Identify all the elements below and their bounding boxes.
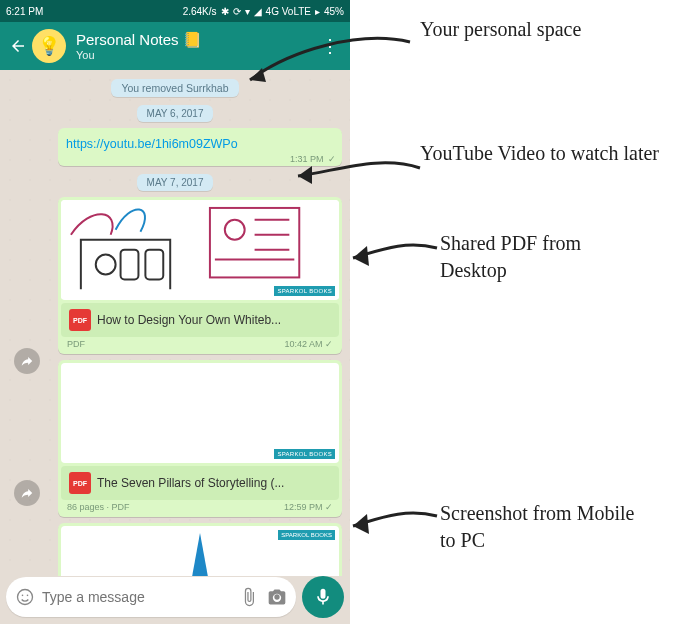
status-speed: 2.64K/s	[183, 6, 217, 17]
sync-icon: ⟳	[233, 6, 241, 17]
pdf-filename: The Seven Pillars of Storytelling (...	[97, 476, 331, 490]
status-bar: 6:21 PM 2.64K/s ✱ ⟳ ▾ ◢ 4G VoLTE ▸ 45%	[0, 0, 350, 22]
image-thumbnail: SPARKOL BOOKS	[61, 526, 339, 576]
pdf-thumbnail: SPARKOL BOOKS	[61, 200, 339, 300]
chart-triangle	[190, 533, 210, 576]
date-chip: MAY 6, 2017	[8, 103, 342, 122]
time-text: 10:42 AM	[284, 339, 322, 349]
pdf-file-row[interactable]: PDF How to Design Your Own Whiteb...	[61, 303, 339, 337]
attach-icon[interactable]	[238, 586, 260, 608]
doodle-art	[61, 200, 339, 299]
message-pdf[interactable]: SPARKOL BOOKS PDF How to Design Your Own…	[58, 197, 342, 354]
back-icon[interactable]	[8, 36, 28, 56]
input-bar	[0, 576, 350, 624]
input-pill[interactable]	[6, 577, 296, 617]
arrow-icon	[290, 150, 430, 194]
bluetooth-icon: ✱	[221, 6, 229, 17]
sparkol-badge: SPARKOL BOOKS	[278, 530, 335, 540]
message-input[interactable]	[42, 589, 232, 605]
status-right: 2.64K/s ✱ ⟳ ▾ ◢ 4G VoLTE ▸ 45%	[183, 6, 344, 17]
annotation: YouTube Video to watch later	[420, 140, 670, 167]
svg-marker-11	[353, 246, 369, 266]
pdf-meta: 86 pages · PDF 12:59 PM ✓	[61, 500, 339, 514]
date-chip-text: MAY 6, 2017	[137, 105, 214, 122]
pdf-file-row[interactable]: PDF The Seven Pillars of Storytelling (.…	[61, 466, 339, 500]
pdf-meta-left: 86 pages · PDF	[67, 502, 130, 512]
arrow-icon	[345, 232, 445, 276]
system-message-text: You removed Surrkhab	[111, 79, 238, 97]
pdf-meta-left: PDF	[67, 339, 85, 349]
wifi-icon: ▾	[245, 6, 250, 17]
pdf-icon: PDF	[69, 309, 91, 331]
chat-area[interactable]: You removed Surrkhab MAY 6, 2017 https:/…	[0, 70, 350, 576]
message-image[interactable]: SPARKOL BOOKS	[58, 523, 342, 576]
chat-title-text: Personal Notes	[76, 31, 183, 48]
svg-point-6	[18, 590, 33, 605]
sparkol-badge: SPARKOL BOOKS	[274, 286, 335, 296]
emoji-icon[interactable]	[14, 586, 36, 608]
battery-icon: ▸	[315, 6, 320, 17]
annotation: Your personal space	[420, 16, 620, 43]
annotation: Shared PDF from Desktop	[440, 230, 650, 284]
avatar[interactable]: 💡	[32, 29, 66, 63]
forward-icon[interactable]	[14, 480, 40, 506]
pdf-meta: PDF 10:42 AM ✓	[61, 337, 339, 351]
pdf-filename: How to Design Your Own Whiteb...	[97, 313, 331, 327]
note-icon: 📒	[183, 31, 202, 48]
youtube-link[interactable]: https://youtu.be/1hi6m09ZWPo	[66, 137, 238, 151]
signal-icon: ◢	[254, 6, 262, 17]
mic-button[interactable]	[302, 576, 344, 618]
status-time: 6:21 PM	[6, 6, 43, 17]
message-pdf[interactable]: SPARKOL BOOKS PDF The Seven Pillars of S…	[58, 360, 342, 517]
svg-marker-10	[298, 166, 312, 184]
svg-point-8	[27, 595, 29, 597]
time-text: 12:59 PM	[284, 502, 323, 512]
arrow-icon	[240, 30, 420, 104]
pdf-meta-time: 10:42 AM ✓	[284, 339, 333, 349]
status-network: 4G VoLTE	[266, 6, 311, 17]
status-battery: 45%	[324, 6, 344, 17]
date-chip-text: MAY 7, 2017	[137, 174, 214, 191]
bulb-icon: 💡	[38, 35, 60, 57]
pdf-thumbnail: SPARKOL BOOKS	[61, 363, 339, 463]
pdf-icon: PDF	[69, 472, 91, 494]
pdf-meta-time: 12:59 PM ✓	[284, 502, 333, 512]
svg-marker-12	[353, 514, 369, 534]
annotation: Screenshot from Mobile to PC	[440, 500, 650, 554]
forward-icon[interactable]	[14, 348, 40, 374]
camera-icon[interactable]	[266, 586, 288, 608]
arrow-icon	[345, 500, 445, 544]
svg-point-7	[22, 595, 24, 597]
sparkol-badge: SPARKOL BOOKS	[274, 449, 335, 459]
